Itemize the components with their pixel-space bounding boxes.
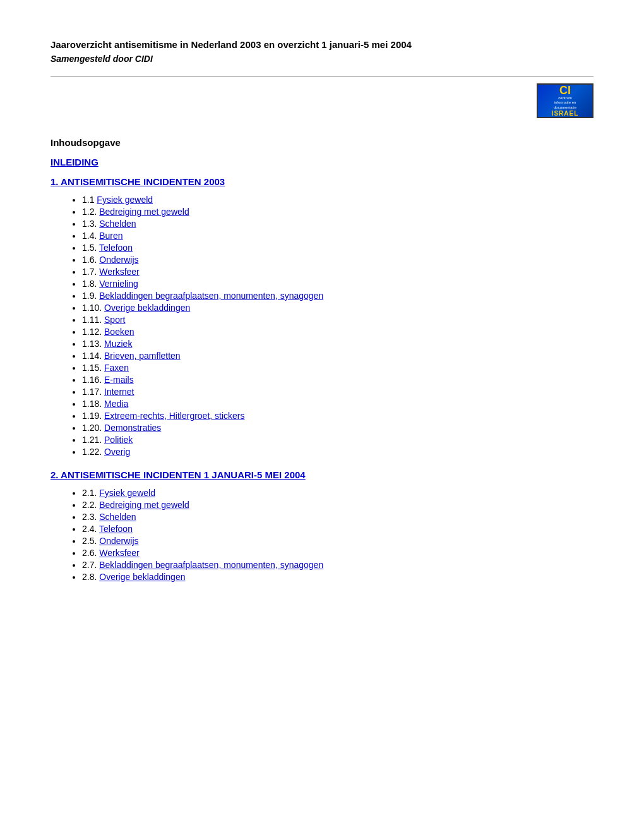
item-number: 1.9. (82, 291, 99, 301)
item-link[interactable]: Media (104, 399, 128, 409)
item-number: 1.12. (82, 327, 104, 337)
section1-link[interactable]: 1. ANTISEMITISCHE INCIDENTEN 2003 (51, 176, 225, 187)
list-item: 1.1 Fysiek geweld (82, 195, 593, 205)
list-item: 1.21. Politiek (82, 435, 593, 445)
item-number: 1.7. (82, 267, 99, 277)
item-link[interactable]: Buren (99, 231, 122, 241)
logo-description: centruminformatie endocumentatie (554, 96, 576, 110)
item-link[interactable]: Muziek (104, 339, 132, 349)
list-item: 1.7. Werksfeer (82, 267, 593, 277)
item-number: 2.6. (82, 548, 99, 558)
item-number: 1.15. (82, 363, 104, 373)
item-number: 1.10. (82, 303, 104, 313)
item-number: 1.1 (82, 195, 97, 205)
list-item: 1.5. Telefoon (82, 243, 593, 253)
list-item: 1.4. Buren (82, 231, 593, 241)
item-link[interactable]: Bekladdingen begraafplaatsen, monumenten… (99, 560, 323, 570)
list-item: 1.11. Sport (82, 315, 593, 325)
section2-list: 2.1. Fysiek geweld2.2. Bedreiging met ge… (82, 488, 593, 582)
item-link[interactable]: E-mails (104, 375, 134, 385)
item-link[interactable]: Telefoon (99, 243, 133, 253)
page-subtitle: Samengesteld door CIDI (51, 54, 593, 64)
list-item: 1.12. Boeken (82, 327, 593, 337)
list-item: 1.18. Media (82, 399, 593, 409)
list-item: 1.16. E-mails (82, 375, 593, 385)
item-number: 2.7. (82, 560, 99, 570)
item-link[interactable]: Bedreiging met geweld (99, 500, 189, 510)
item-link[interactable]: Overige bekladdingen (99, 572, 185, 582)
item-number: 2.8. (82, 572, 99, 582)
header: Jaaroverzicht antisemitisme in Nederland… (51, 38, 593, 64)
toc-heading: Inhoudsopgave (51, 137, 593, 148)
item-number: 1.5. (82, 243, 99, 253)
section1-block: 1. ANTISEMITISCHE INCIDENTEN 2003 1.1 Fy… (51, 176, 593, 457)
item-link[interactable]: Extreem-rechts, Hitlergroet, stickers (104, 411, 245, 421)
item-link[interactable]: Werksfeer (99, 548, 140, 558)
list-item: 2.4. Telefoon (82, 524, 593, 534)
list-item: 1.14. Brieven, pamfletten (82, 351, 593, 361)
section1-list: 1.1 Fysiek geweld1.2. Bedreiging met gew… (82, 195, 593, 457)
item-number: 1.14. (82, 351, 104, 361)
list-item: 1.19. Extreem-rechts, Hitlergroet, stick… (82, 411, 593, 421)
item-link[interactable]: Internet (104, 387, 134, 397)
item-number: 2.2. (82, 500, 99, 510)
item-number: 1.3. (82, 219, 99, 229)
item-link[interactable]: Telefoon (99, 524, 133, 534)
list-item: 1.6. Onderwijs (82, 255, 593, 265)
item-link[interactable]: Schelden (99, 512, 136, 522)
list-item: 2.8. Overige bekladdingen (82, 572, 593, 582)
item-link[interactable]: Vernieling (99, 279, 138, 289)
section2-block: 2. ANTISEMITISCHE INCIDENTEN 1 JANUARI-5… (51, 469, 593, 582)
item-number: 2.1. (82, 488, 99, 498)
item-link[interactable]: Fysiek geweld (97, 195, 153, 205)
list-item: 2.1. Fysiek geweld (82, 488, 593, 498)
item-number: 1.11. (82, 315, 104, 325)
list-item: 1.20. Demonstraties (82, 423, 593, 433)
item-number: 1.19. (82, 411, 104, 421)
item-number: 1.8. (82, 279, 99, 289)
item-link[interactable]: Onderwijs (99, 536, 138, 546)
item-number: 1.22. (82, 447, 104, 457)
item-link[interactable]: Overig (104, 447, 130, 457)
toc-section: Inhoudsopgave INLEIDING 1. ANTISEMITISCH… (51, 137, 593, 582)
list-item: 2.2. Bedreiging met geweld (82, 500, 593, 510)
inleiding-link[interactable]: INLEIDING (51, 157, 98, 167)
item-number: 1.6. (82, 255, 99, 265)
item-link[interactable]: Sport (104, 315, 125, 325)
item-number: 2.3. (82, 512, 99, 522)
list-item: 1.17. Internet (82, 387, 593, 397)
item-link[interactable]: Demonstraties (104, 423, 161, 433)
item-link[interactable]: Brieven, pamfletten (104, 351, 181, 361)
item-link[interactable]: Bekladdingen begraafplaatsen, monumenten… (99, 291, 323, 301)
item-number: 1.17. (82, 387, 104, 397)
item-number: 1.20. (82, 423, 104, 433)
item-link[interactable]: Politiek (104, 435, 133, 445)
item-link[interactable]: Fysiek geweld (99, 488, 155, 498)
item-number: 1.2. (82, 207, 99, 217)
item-link[interactable]: Faxen (104, 363, 129, 373)
item-link[interactable]: Bedreiging met geweld (99, 207, 189, 217)
item-number: 2.4. (82, 524, 99, 534)
section2-link[interactable]: 2. ANTISEMITISCHE INCIDENTEN 1 JANUARI-5… (51, 469, 306, 480)
item-number: 1.18. (82, 399, 104, 409)
cidi-logo: CI centruminformatie endocumentatie ISRA… (537, 83, 593, 118)
logo-israel-text: ISRAEL (552, 110, 579, 117)
list-item: 2.7. Bekladdingen begraafplaatsen, monum… (82, 560, 593, 570)
list-item: 1.22. Overig (82, 447, 593, 457)
list-item: 1.3. Schelden (82, 219, 593, 229)
list-item: 1.15. Faxen (82, 363, 593, 373)
item-link[interactable]: Overige bekladdingen (104, 303, 190, 313)
item-number: 1.21. (82, 435, 104, 445)
item-link[interactable]: Schelden (99, 219, 136, 229)
item-number: 1.16. (82, 375, 104, 385)
logo-divider-row: CI centruminformatie endocumentatie ISRA… (51, 76, 593, 118)
list-item: 2.6. Werksfeer (82, 548, 593, 558)
list-item: 2.5. Onderwijs (82, 536, 593, 546)
item-link[interactable]: Werksfeer (99, 267, 140, 277)
item-link[interactable]: Onderwijs (99, 255, 138, 265)
item-number: 2.5. (82, 536, 99, 546)
item-link[interactable]: Boeken (104, 327, 134, 337)
list-item: 1.8. Vernieling (82, 279, 593, 289)
page-title: Jaaroverzicht antisemitisme in Nederland… (51, 38, 593, 51)
list-item: 1.10. Overige bekladdingen (82, 303, 593, 313)
